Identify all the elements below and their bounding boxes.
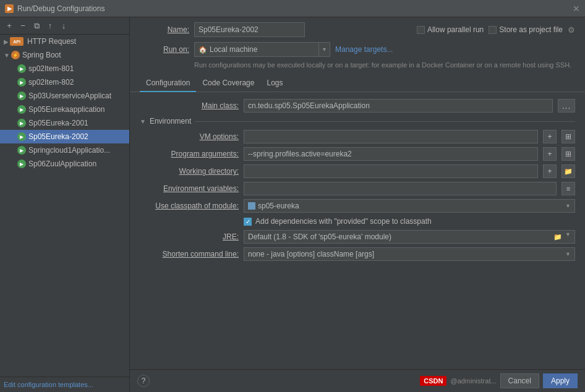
csdn-badge: CSDN	[420, 376, 446, 386]
working-directory-input[interactable]	[244, 164, 538, 178]
content-area: Name: Allow parallel run Store as projec…	[130, 17, 585, 392]
allow-parallel-run-checkbox-wrapper: Allow parallel run	[417, 25, 484, 34]
use-classpath-row: Use classpath of module: sp05-eureka ▼	[130, 197, 585, 215]
store-as-project-file-label: Store as project file	[499, 25, 563, 34]
main-class-browse-button[interactable]: ...	[558, 99, 575, 113]
config-tree: ▶ API HTTP Request ▼ ⚡ Spring Boot ▶ sp0…	[0, 35, 129, 377]
tabs-bar: Configuration Code Coverage Logs	[130, 76, 585, 92]
environment-section: ▼ Environment	[130, 114, 585, 128]
jre-browse-button[interactable]: 📁	[551, 230, 565, 244]
store-as-project-file-wrapper: Store as project file	[489, 25, 563, 34]
classpath-module-select[interactable]: sp05-eureka ▼	[244, 199, 575, 213]
sidebar-item-sp02item-802[interactable]: ▶ sp02Item-802	[0, 75, 129, 89]
classpath-module-value: sp05-eureka	[258, 202, 563, 210]
sidebar: + − ⧉ ↑ ↓ ▶ API HTTP Request ▼ ⚡ Spring …	[0, 17, 130, 392]
run-config-icon: ▶	[17, 160, 26, 168]
name-row: Name: Allow parallel run Store as projec…	[130, 17, 585, 40]
add-dependencies-label: Add dependencies with "provided" scope t…	[255, 217, 432, 226]
add-config-button[interactable]: +	[4, 20, 15, 32]
api-icon: API	[10, 37, 23, 46]
sidebar-item-sp05eurekaapp[interactable]: ▶ Sp05Eurekaapplication	[0, 103, 129, 116]
help-button[interactable]: ?	[137, 375, 150, 387]
allow-parallel-run-checkbox[interactable]	[417, 26, 425, 34]
copy-config-button[interactable]: ⧉	[31, 20, 42, 32]
jre-label: JRE:	[140, 232, 239, 241]
run-config-icon: ▶	[17, 146, 26, 155]
sidebar-toolbar: + − ⧉ ↑ ↓	[0, 17, 129, 35]
run-on-row: Run on: 🏠 Local machine ▼ Manage targets…	[130, 40, 585, 59]
environment-variables-input[interactable]	[244, 182, 557, 195]
name-input[interactable]	[194, 22, 305, 37]
sidebar-item-spring-boot[interactable]: ▼ ⚡ Spring Boot	[0, 48, 129, 62]
vm-options-browse-button[interactable]: ⊞	[562, 130, 575, 143]
apply-button[interactable]: Apply	[543, 373, 578, 388]
http-request-label: HTTP Request	[27, 37, 76, 46]
sidebar-item-sp05eureka-2002[interactable]: ▶ Sp05Eureka-2002	[0, 130, 129, 143]
move-down-button[interactable]: ↓	[58, 20, 69, 32]
run-on-dropdown-arrow: ▼	[318, 43, 330, 56]
watermark-text: @administrat...	[450, 377, 496, 385]
environment-label: Environment	[150, 117, 191, 126]
main-class-row: Main class: ...	[130, 97, 585, 114]
run-config-icon: ▶	[17, 119, 26, 127]
run-config-icon: ▶	[17, 92, 26, 100]
shorten-command-select[interactable]: none - java [options] className [args] ▼	[244, 247, 575, 261]
move-up-button[interactable]: ↑	[45, 20, 56, 32]
vm-options-input[interactable]	[244, 130, 538, 143]
run-config-icon: ▶	[17, 64, 26, 73]
spring-boot-icon: ⚡	[11, 51, 20, 59]
remove-config-button[interactable]: −	[17, 20, 28, 32]
run-on-select[interactable]: 🏠 Local machine ▼	[194, 42, 330, 57]
program-arguments-label: Program arguments:	[140, 150, 239, 158]
working-directory-row: Working directory: + 📁	[130, 163, 585, 180]
shorten-command-row: Shorten command line: none - java [optio…	[130, 245, 585, 263]
program-arguments-input[interactable]	[244, 147, 538, 161]
add-dependencies-checkbox[interactable]: ✓	[244, 218, 252, 226]
program-arguments-row: Program arguments: + ⊞	[130, 145, 585, 163]
shorten-command-value: none - java [options] className [args]	[248, 250, 565, 258]
run-on-label: Run on:	[140, 45, 189, 54]
sidebar-item-http-request[interactable]: ▶ API HTTP Request	[0, 35, 129, 48]
main-class-input[interactable]	[244, 99, 553, 113]
jre-row: JRE: Default (1.8 - SDK of 'sp05-eureka'…	[130, 228, 585, 245]
hint-text: Run configurations may be executed local…	[130, 59, 585, 74]
jre-value: Default (1.8 - SDK of 'sp05-eureka' modu…	[248, 232, 551, 241]
sidebar-item-sp02item-801[interactable]: ▶ sp02Item-801	[0, 62, 129, 75]
close-button[interactable]: ✕	[573, 4, 580, 14]
title-bar-text: Run/Debug Configurations	[17, 4, 105, 13]
vm-options-expand-button[interactable]: +	[543, 130, 557, 143]
working-directory-label: Working directory:	[140, 167, 239, 176]
chevron-right-icon: ▶	[4, 38, 9, 45]
bottom-bar: ? CSDN @administrat... Cancel Apply	[130, 369, 585, 392]
sidebar-item-sp06zuul[interactable]: ▶ Sp06ZuulApplication	[0, 157, 129, 171]
environment-collapse-icon[interactable]: ▼	[140, 118, 146, 125]
vm-options-label: VM options:	[140, 132, 239, 141]
edit-templates-link[interactable]: Edit configuration templates...	[0, 377, 129, 392]
manage-targets-link[interactable]: Manage targets...	[335, 45, 393, 54]
working-dir-expand-button[interactable]: +	[543, 164, 557, 178]
app-icon: ▶	[5, 4, 14, 13]
shorten-command-label: Shorten command line:	[140, 250, 239, 258]
store-as-project-file-checkbox[interactable]	[489, 26, 497, 34]
tab-logs[interactable]: Logs	[260, 76, 289, 92]
cancel-button[interactable]: Cancel	[500, 373, 539, 388]
run-on-value: Local machine	[210, 45, 257, 54]
environment-variables-row: Environment variables: ≡	[130, 180, 585, 197]
jre-select[interactable]: Default (1.8 - SDK of 'sp05-eureka' modu…	[244, 230, 575, 244]
tab-configuration[interactable]: Configuration	[140, 76, 196, 92]
name-label: Name:	[140, 25, 189, 34]
shorten-cmd-dropdown-arrow: ▼	[565, 251, 571, 257]
chevron-down-icon: ▼	[4, 52, 10, 59]
config-content: Main class: ... ▼ Environment VM options…	[130, 92, 585, 369]
jre-dropdown-arrow: ▼	[565, 230, 571, 244]
sidebar-item-sp03userservice[interactable]: ▶ Sp03UserserviceApplicat	[0, 89, 129, 103]
sidebar-item-sp05eureka-2001[interactable]: ▶ Sp05Eureka-2001	[0, 116, 129, 130]
program-args-browse-button[interactable]: ⊞	[562, 147, 575, 161]
working-dir-browse-button[interactable]: 📁	[562, 164, 575, 178]
tab-code-coverage[interactable]: Code Coverage	[196, 76, 260, 92]
program-args-expand-button[interactable]: +	[543, 147, 557, 161]
env-vars-browse-button[interactable]: ≡	[562, 182, 575, 195]
sidebar-item-springcloud1[interactable]: ▶ Springcloud1Applicatio...	[0, 143, 129, 157]
gear-icon[interactable]: ⚙	[568, 25, 575, 35]
run-config-icon: ▶	[17, 78, 26, 87]
